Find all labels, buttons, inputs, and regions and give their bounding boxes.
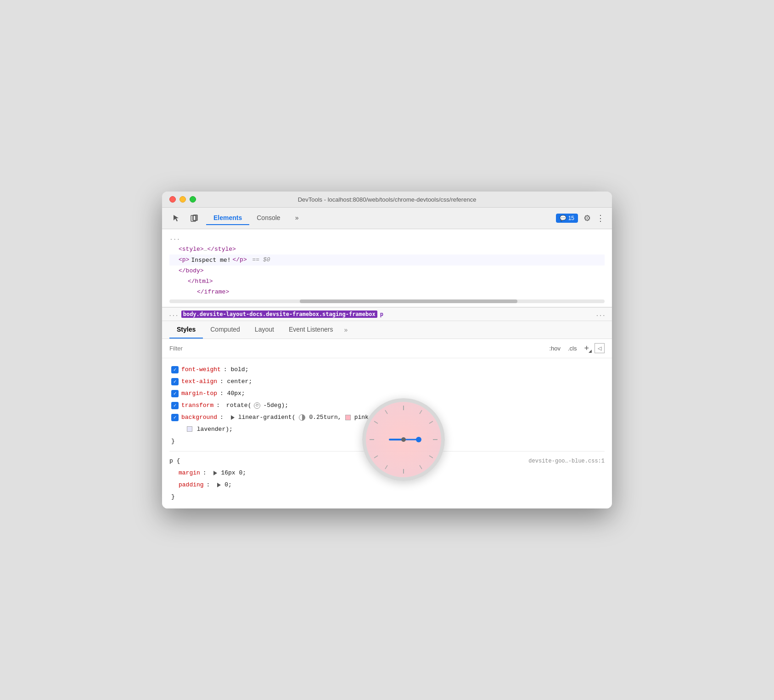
settings-icon[interactable]: ⚙ [583, 213, 591, 223]
prop-padding: padding [179, 479, 204, 491]
tab-more[interactable]: » [288, 211, 306, 225]
css-brace-close-2: } [169, 491, 605, 503]
inspect-icon[interactable] [169, 212, 182, 225]
breadcrumb-more[interactable]: ... [595, 311, 606, 317]
html-line-html-close[interactable]: </html> [169, 276, 605, 287]
css-source-link[interactable]: devsite-goo…-blue.css:1 [528, 456, 605, 467]
more-options-icon[interactable]: ⋮ [596, 213, 605, 223]
tab-elements[interactable]: Elements [206, 211, 249, 225]
tab-console[interactable]: Console [249, 211, 287, 225]
tab-more-styles[interactable]: » [340, 322, 351, 338]
devtools-window: DevTools - localhost:8080/web/tools/chro… [162, 192, 612, 508]
maximize-button[interactable] [190, 196, 196, 203]
html-line-iframe-close[interactable]: </iframe> [169, 287, 605, 297]
svg-line-13 [374, 421, 378, 423]
horizontal-scrollbar[interactable] [169, 299, 605, 303]
filter-input[interactable] [169, 345, 544, 352]
svg-line-14 [385, 410, 387, 414]
svg-line-8 [420, 465, 422, 469]
prop-transform: transform [181, 400, 213, 412]
clock-overlay [362, 398, 445, 481]
checkbox-background[interactable] [171, 414, 179, 421]
prop-margin: margin [179, 467, 200, 479]
html-line-body-close[interactable]: </body> [169, 265, 605, 276]
styles-panel-tabs: Styles Computed Layout Event Listeners » [162, 321, 612, 339]
svg-line-11 [374, 456, 378, 458]
breadcrumb-body[interactable]: body.devsite-layout-docs.devsite-framebo… [181, 310, 377, 318]
add-style-button[interactable]: +◢ [582, 343, 591, 354]
badge-count: 15 [568, 215, 574, 221]
messages-badge[interactable]: 💬 15 [556, 214, 578, 223]
color-swatch-pink[interactable] [345, 415, 351, 420]
svg-point-18 [401, 437, 406, 442]
html-line-selected[interactable]: <p>Inspect me!</p> == $0 [169, 254, 605, 265]
title-bar: DevTools - localhost:8080/web/tools/chro… [162, 192, 612, 208]
svg-line-10 [385, 465, 387, 469]
main-toolbar: Elements Console » 💬 15 ⚙ ⋮ [162, 208, 612, 229]
hov-button[interactable]: :hov [547, 344, 562, 353]
prop-margin-top: margin-top [181, 388, 217, 400]
transform-clock-icon[interactable]: ⏱ [254, 402, 260, 409]
filter-actions: :hov .cls +◢ ◁ [547, 343, 605, 354]
elements-panel: ... <style>…</style> <p>Inspect me!</p> … [162, 229, 612, 307]
device-toolbar-icon[interactable] [188, 212, 201, 225]
styles-content: font-weight : bold; text-align : center;… [162, 358, 612, 508]
expand-margin-icon[interactable] [213, 471, 217, 475]
html-line-style[interactable]: <style>…</style> [169, 244, 605, 254]
clock-face [362, 398, 445, 481]
tab-event-listeners[interactable]: Event Listeners [281, 321, 341, 339]
breadcrumb: ... body.devsite-layout-docs.devsite-fra… [162, 307, 612, 321]
toggle-sidebar-icon[interactable]: ◁ [595, 343, 605, 353]
checkbox-text-align[interactable] [171, 378, 179, 385]
prop-font-weight: font-weight [181, 364, 221, 376]
prop-text-align: text-align [181, 376, 217, 388]
svg-line-7 [429, 456, 433, 458]
color-swatch-lavender[interactable] [187, 426, 192, 432]
tab-computed[interactable]: Computed [203, 321, 247, 339]
filter-bar: :hov .cls +◢ ◁ [162, 339, 612, 358]
elements-dots[interactable]: ... [169, 233, 605, 243]
traffic-lights [169, 196, 196, 203]
chat-icon: 💬 [560, 215, 566, 221]
breadcrumb-expand[interactable]: ... [168, 311, 179, 317]
prop-background: background [181, 412, 217, 423]
checkbox-margin-top[interactable] [171, 390, 179, 397]
close-button[interactable] [169, 196, 176, 203]
cls-button[interactable]: .cls [566, 344, 579, 353]
tab-layout[interactable]: Layout [247, 321, 281, 339]
panel-tabs: Elements Console » [206, 211, 306, 225]
css-rule-text-align[interactable]: text-align : center; [169, 376, 605, 388]
expand-background-icon[interactable] [231, 415, 235, 420]
checkbox-font-weight[interactable] [171, 366, 179, 373]
gradient-icon[interactable] [299, 414, 305, 421]
css-rule-font-weight[interactable]: font-weight : bold; [169, 364, 605, 376]
window-title: DevTools - localhost:8080/web/tools/chro… [298, 196, 477, 203]
checkbox-transform[interactable] [171, 402, 179, 409]
tab-styles[interactable]: Styles [169, 321, 203, 339]
toolbar-right: 💬 15 ⚙ ⋮ [556, 213, 605, 223]
expand-padding-icon[interactable] [217, 483, 221, 487]
minimize-button[interactable] [179, 196, 186, 203]
svg-line-4 [420, 410, 422, 414]
svg-line-5 [429, 421, 433, 423]
breadcrumb-p[interactable]: p [380, 311, 383, 317]
